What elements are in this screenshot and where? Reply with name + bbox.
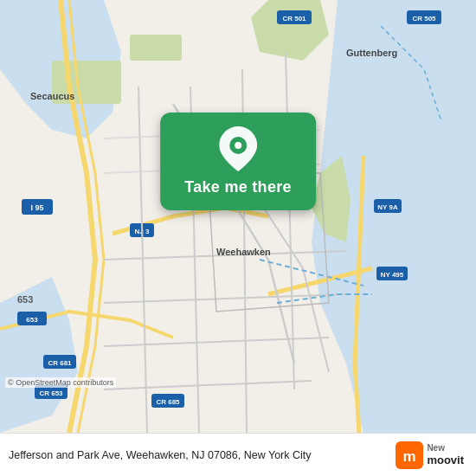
svg-text:CR 685: CR 685 — [156, 398, 180, 406]
svg-text:CR 505: CR 505 — [412, 15, 436, 23]
map-background: I 95 NJ 3 653 CR 681 CR 653 CR 685 NY 9A… — [0, 0, 476, 433]
moovit-logo: m New moovit — [396, 441, 464, 469]
svg-text:Guttenberg: Guttenberg — [346, 48, 397, 58]
button-overlay: Take me there — [160, 113, 316, 210]
svg-text:653: 653 — [17, 294, 33, 305]
osm-credit: © OpenStreetMap contributors — [5, 377, 116, 388]
svg-point-34 — [235, 142, 241, 149]
take-me-there-button[interactable]: Take me there — [184, 178, 292, 196]
svg-text:653: 653 — [26, 316, 38, 324]
svg-rect-5 — [130, 35, 182, 61]
moovit-brand-text: New moovit — [427, 443, 464, 467]
action-card: Take me there — [160, 113, 316, 210]
svg-text:CR 681: CR 681 — [48, 359, 72, 367]
svg-text:CR 501: CR 501 — [282, 15, 306, 23]
info-bar: Jefferson and Park Ave, Weehawken, NJ 07… — [0, 433, 476, 476]
svg-text:NY 9A: NY 9A — [377, 203, 398, 211]
svg-text:I 95: I 95 — [30, 203, 43, 212]
moovit-logo-icon: m — [396, 441, 423, 469]
location-pin-icon — [217, 128, 259, 170]
map-container: I 95 NJ 3 653 CR 681 CR 653 CR 685 NY 9A… — [0, 0, 476, 433]
svg-text:NY 495: NY 495 — [381, 271, 404, 279]
address-text: Jefferson and Park Ave, Weehawken, NJ 07… — [9, 449, 396, 461]
svg-text:m: m — [403, 447, 416, 464]
svg-text:CR 653: CR 653 — [39, 389, 63, 397]
svg-text:Weehawken: Weehawken — [216, 247, 271, 257]
svg-text:Secaucus: Secaucus — [30, 91, 74, 101]
